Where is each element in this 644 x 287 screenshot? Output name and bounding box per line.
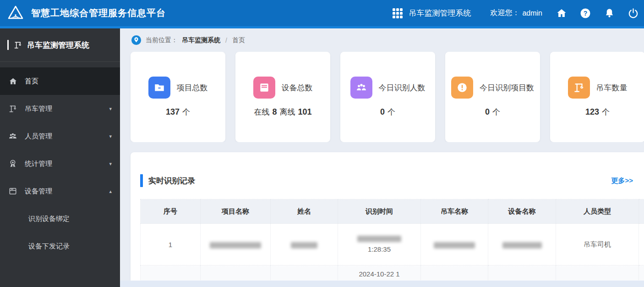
crane-icon — [8, 104, 17, 113]
sidebar-subitem-label: 设备下发记录 — [28, 242, 70, 251]
cell-seq: 1 — [141, 224, 201, 265]
time-seconds: 1:28:35 — [368, 245, 391, 253]
stat-label: 今日识别人数 — [379, 83, 426, 93]
people-icon — [8, 132, 17, 141]
realtime-records-panel: 实时识别记录 更多>> 序号 项目名称 姓名 识别时间 — [131, 152, 644, 281]
cell-person-type — [556, 265, 639, 281]
breadcrumb-current[interactable]: 首页 — [232, 36, 245, 44]
sidebar-item-device-mgmt[interactable]: 设备管理 ▴ — [0, 177, 120, 205]
cell-extra — [639, 265, 644, 281]
panel-title: 实时识别记录 — [140, 174, 195, 187]
device-icon — [8, 187, 17, 196]
header-brand: 智慧工地综合管理服务信息平台 — [0, 4, 166, 22]
cell-time: 1:28:35 — [338, 224, 421, 265]
cell-person-type: 吊车司机 — [556, 224, 639, 265]
chevron-down-icon: ▾ — [109, 133, 112, 139]
col-header-person-type: 人员类型 — [556, 199, 639, 224]
device-icon — [253, 77, 275, 99]
sidebar-item-label: 首页 — [25, 77, 38, 86]
cell-device — [488, 265, 556, 281]
header-actions: 吊车监测管理系统 欢迎您： admin ? — [391, 7, 644, 20]
sidebar-item-crane-mgmt[interactable]: 吊车管理 ▾ — [0, 95, 120, 122]
breadcrumb-separator: / — [225, 37, 227, 44]
redacted-text — [210, 242, 261, 248]
stat-label: 今日识别项目数 — [480, 83, 534, 93]
cell-device-redacted — [488, 224, 556, 265]
more-link[interactable]: 更多>> — [611, 177, 633, 185]
bottom-background-strip — [120, 281, 644, 287]
sidebar-item-personnel-mgmt[interactable]: 人员管理 ▾ — [0, 122, 120, 150]
sidebar: 吊车监测管理系统 首页 — [0, 28, 120, 287]
platform-title: 智慧工地综合管理服务信息平台 — [31, 7, 166, 19]
sidebar-subitem-label: 识别设备绑定 — [28, 215, 70, 223]
sidebar-subitem-device-binding[interactable]: 识别设备绑定 — [0, 205, 120, 232]
folder-icon — [148, 77, 170, 99]
redacted-text — [357, 236, 401, 242]
stat-label: 吊车数量 — [596, 83, 628, 93]
col-header-crane: 吊车名称 — [421, 199, 488, 224]
alert-icon — [451, 77, 473, 99]
sidebar-nav: 首页 吊车管理 ▾ — [0, 62, 120, 260]
people-icon — [350, 77, 372, 99]
breadcrumb: 当前位置： 吊车监测系统 / 首页 — [120, 28, 644, 52]
sidebar-item-home[interactable]: 首页 — [0, 67, 120, 95]
breadcrumb-root[interactable]: 吊车监测系统 — [182, 36, 220, 44]
cell-extra — [639, 224, 644, 265]
chevron-up-icon: ▴ — [109, 188, 112, 194]
stat-card-cranes: 吊车数量 123个 — [550, 52, 644, 142]
stat-label: 项目总数 — [177, 83, 208, 93]
sidebar-item-statistics-mgmt[interactable]: 统计管理 ▾ — [0, 150, 120, 177]
stat-value: 0个 — [485, 107, 500, 117]
cell-crane — [421, 265, 488, 281]
table-header-row: 序号 项目名称 姓名 识别时间 吊车名称 设备名称 人员类型 — [141, 199, 644, 224]
col-header-device: 设备名称 — [488, 199, 556, 224]
breadcrumb-label: 当前位置： — [146, 36, 178, 44]
cell-name-redacted — [271, 224, 338, 265]
username[interactable]: admin — [522, 9, 542, 17]
stat-cards-row: 项目总数 137个 — [120, 52, 644, 142]
sidebar-item-label: 人员管理 — [25, 132, 52, 141]
cell-time: 2024-10-22 1 — [338, 265, 421, 281]
crane-icon — [568, 77, 590, 99]
top-header: 智慧工地综合管理服务信息平台 吊车监测管理系统 欢迎您： admin — [0, 0, 644, 28]
redacted-text — [434, 242, 475, 248]
cell-name — [271, 265, 338, 281]
medal-icon — [8, 159, 17, 168]
cell-project — [201, 265, 271, 281]
table-row: 2024-10-22 1 — [141, 265, 644, 281]
sidebar-item-label: 设备管理 — [25, 187, 52, 196]
crane-icon — [13, 40, 22, 50]
col-header-name: 姓名 — [271, 199, 338, 224]
chevron-down-icon: ▾ — [109, 106, 112, 112]
cell-crane-redacted — [421, 224, 488, 265]
stat-value: 137个 — [166, 107, 190, 117]
chevron-down-icon: ▾ — [109, 161, 112, 167]
records-table: 序号 项目名称 姓名 识别时间 吊车名称 设备名称 人员类型 1 — [140, 199, 644, 281]
stat-value: 在线8 离线101 — [254, 107, 311, 117]
main-content: 当前位置： 吊车监测系统 / 首页 项目总数 — [120, 28, 644, 287]
stat-card-recognized-projects: 今日识别项目数 0个 — [445, 52, 540, 142]
stat-card-devices: 设备总数 在线8 离线101 — [235, 52, 330, 142]
sidebar-logo: 吊车监测管理系统 — [0, 28, 120, 62]
home-icon — [8, 77, 17, 86]
stat-card-recognized-people: 今日识别人数 0个 — [340, 52, 435, 142]
notifications-bell-icon[interactable] — [604, 8, 615, 19]
cell-seq — [141, 265, 201, 281]
redacted-text — [502, 242, 542, 248]
svg-text:?: ? — [584, 10, 588, 17]
stat-value: 123个 — [585, 107, 610, 117]
sidebar-subitem-device-dispatch-log[interactable]: 设备下发记录 — [0, 232, 120, 260]
apps-grid-icon[interactable] — [391, 7, 404, 20]
home-icon[interactable] — [556, 8, 567, 19]
stat-value: 0个 — [380, 107, 395, 117]
current-system-name[interactable]: 吊车监测管理系统 — [409, 8, 471, 18]
table-row: 1 1:28:35 吊车司机 — [141, 224, 644, 265]
help-icon[interactable]: ? — [580, 8, 591, 19]
sidebar-item-label: 统计管理 — [25, 160, 52, 168]
power-logout-icon[interactable] — [628, 8, 639, 19]
stat-card-projects: 项目总数 137个 — [131, 52, 225, 142]
logo-divider — [7, 40, 9, 50]
sidebar-system-title: 吊车监测管理系统 — [27, 40, 89, 50]
app-window: 智慧工地综合管理服务信息平台 吊车监测管理系统 欢迎您： admin — [0, 0, 644, 287]
col-header-time: 识别时间 — [338, 199, 421, 224]
